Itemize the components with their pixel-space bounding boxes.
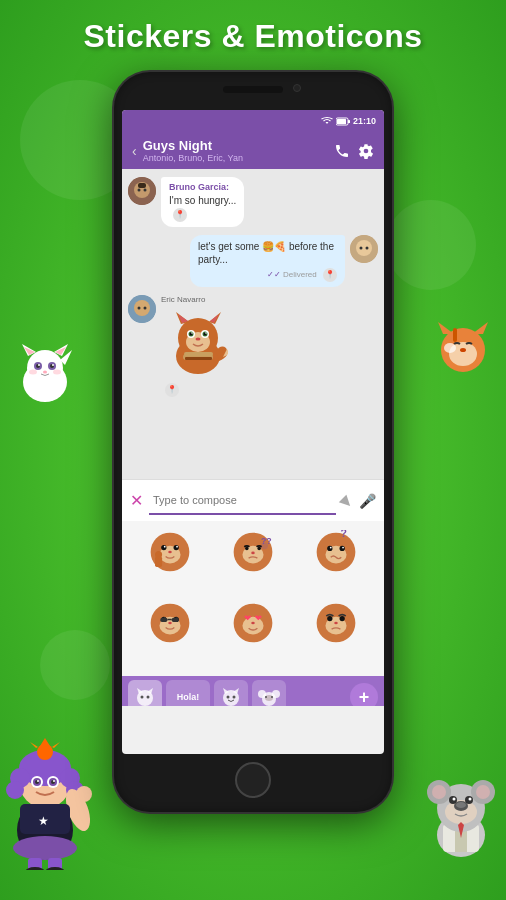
compose-input[interactable] xyxy=(149,487,336,515)
avatar-me xyxy=(350,235,378,263)
svg-text:★: ★ xyxy=(38,814,49,828)
location-pin-2: 📍 xyxy=(323,268,337,282)
svg-point-110 xyxy=(257,547,261,551)
svg-rect-128 xyxy=(161,617,168,621)
svg-point-12 xyxy=(43,371,47,374)
svg-point-31 xyxy=(37,744,53,760)
svg-point-72 xyxy=(356,240,372,256)
svg-rect-129 xyxy=(172,617,179,621)
svg-point-73 xyxy=(360,246,363,249)
phone-icon[interactable] xyxy=(334,143,350,159)
sticker-tab-koala[interactable] xyxy=(252,680,286,706)
svg-point-103 xyxy=(176,546,178,548)
phone-camera xyxy=(293,84,301,92)
chat-header-info: Guys Night Antonio, Bruno, Eric, Yan xyxy=(143,138,328,163)
svg-point-116 xyxy=(327,546,332,551)
svg-point-77 xyxy=(138,306,141,309)
svg-point-119 xyxy=(342,547,344,549)
sticker-item-1[interactable] xyxy=(130,529,211,575)
svg-point-20 xyxy=(460,348,466,352)
svg-point-136 xyxy=(327,615,332,620)
deco-girl: ★ xyxy=(0,710,100,870)
sticker-tab-emoji[interactable] xyxy=(214,680,248,706)
mic-icon[interactable]: 🎤 xyxy=(359,493,376,509)
svg-rect-22 xyxy=(453,328,457,342)
svg-point-150 xyxy=(258,690,266,698)
chat-header: ‹ Guys Night Antonio, Bruno, Eric, Yan xyxy=(122,132,384,169)
sticker-item-5[interactable] xyxy=(213,600,294,646)
msg-text-1: I'm so hungry... xyxy=(169,194,236,207)
svg-text:?: ? xyxy=(340,530,346,539)
svg-point-137 xyxy=(339,615,344,620)
sticker-item-2[interactable]: ?? xyxy=(213,529,294,575)
svg-marker-17 xyxy=(438,322,454,334)
svg-point-127 xyxy=(169,621,173,624)
deco-koala xyxy=(421,770,501,860)
svg-point-29 xyxy=(6,781,24,799)
msg-text-2: let's get some 🍔🍕 before the party... xyxy=(198,240,337,266)
chat-area: Bruno Garcia: I'm so hungry... 📍 let' xyxy=(122,169,384,479)
status-icons: 21:10 xyxy=(321,116,376,126)
svg-point-58 xyxy=(456,802,466,808)
svg-point-38 xyxy=(37,780,39,782)
gear-icon[interactable] xyxy=(358,143,374,159)
svg-point-11 xyxy=(52,364,54,366)
back-arrow-icon[interactable]: ‹ xyxy=(132,143,137,159)
phone-speaker xyxy=(223,86,283,93)
sticker-item-4[interactable] xyxy=(130,600,211,646)
svg-point-100 xyxy=(162,545,167,550)
svg-point-13 xyxy=(29,370,37,375)
svg-point-106 xyxy=(155,551,162,558)
add-sticker-pack-button[interactable]: + xyxy=(350,683,378,706)
battery-icon xyxy=(336,117,350,126)
sticker-grid: ?? ? xyxy=(122,521,384,676)
delivered-check: ✓✓ xyxy=(267,270,281,279)
send-icon[interactable]: ▶ xyxy=(338,491,357,510)
wifi-icon xyxy=(321,116,333,126)
avatar-eric xyxy=(128,295,156,323)
svg-point-113 xyxy=(261,542,268,549)
msg-meta-2: ✓✓ Delivered 📍 xyxy=(198,268,337,282)
eric-sender-label: Eric Navarro xyxy=(161,295,236,304)
svg-point-76 xyxy=(134,300,150,316)
sender-name-1: Bruno Garcia: xyxy=(169,182,236,194)
svg-point-70 xyxy=(144,189,147,192)
header-icons xyxy=(334,143,374,159)
close-icon[interactable]: ✕ xyxy=(130,491,143,510)
avatar-bruno xyxy=(128,177,156,205)
svg-rect-96 xyxy=(185,357,212,360)
sticker-tab-cat[interactable] xyxy=(128,680,162,706)
svg-point-41 xyxy=(76,786,92,802)
message-row-1: Bruno Garcia: I'm so hungry... 📍 xyxy=(128,177,378,227)
eric-sticker-container: Eric Navarro xyxy=(161,295,236,397)
svg-point-62 xyxy=(469,798,472,801)
sticker-tabs: Hola! xyxy=(122,676,384,706)
page-title: Stickers & Emoticons xyxy=(0,18,506,55)
deco-cat xyxy=(10,340,80,410)
svg-point-102 xyxy=(164,546,166,548)
svg-point-151 xyxy=(272,690,280,698)
status-bar: 21:10 xyxy=(122,110,384,132)
svg-point-118 xyxy=(329,547,331,549)
location-pin-sticker: 📍 xyxy=(165,383,179,397)
sticker-item-6[interactable] xyxy=(295,600,376,646)
svg-point-39 xyxy=(53,780,55,782)
svg-point-21 xyxy=(444,343,456,353)
svg-point-133 xyxy=(251,621,255,624)
svg-point-92 xyxy=(191,332,193,334)
svg-point-94 xyxy=(196,337,201,340)
svg-point-69 xyxy=(138,189,141,192)
svg-rect-64 xyxy=(348,120,350,123)
svg-point-78 xyxy=(144,306,147,309)
svg-marker-18 xyxy=(472,322,488,334)
svg-point-148 xyxy=(233,696,236,699)
svg-point-55 xyxy=(476,785,490,799)
phone-shell: 21:10 ‹ Guys Night Antonio, Bruno, Eric,… xyxy=(114,72,392,812)
svg-point-61 xyxy=(453,798,456,801)
message-bubble-2: let's get some 🍔🍕 before the party... ✓✓… xyxy=(190,235,345,287)
sticker-item-3[interactable]: ? xyxy=(295,529,376,575)
svg-point-132 xyxy=(242,616,263,634)
phone-home-button[interactable] xyxy=(235,762,271,798)
svg-point-147 xyxy=(227,696,230,699)
sticker-tab-hola[interactable]: Hola! xyxy=(166,680,210,706)
